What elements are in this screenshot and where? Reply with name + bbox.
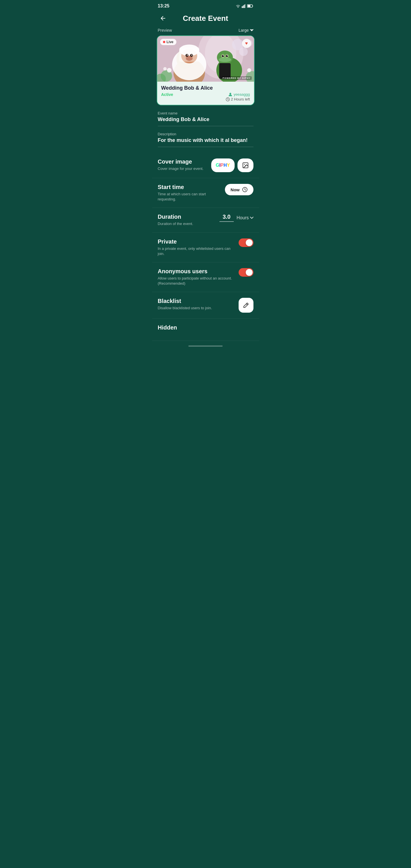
cover-image-text: Cover image Cover image for your event. — [158, 158, 207, 171]
private-toggle-thumb — [246, 239, 253, 246]
hours-selector[interactable]: Hours — [236, 215, 253, 220]
card-meta: yeeaaggg 2 Hours left — [226, 92, 250, 101]
card-status: Active — [161, 92, 173, 97]
live-dot — [163, 41, 165, 43]
svg-point-0 — [238, 7, 238, 8]
card-event-name: Wedding Bob & Alice — [161, 85, 250, 91]
scroll-indicator — [152, 341, 259, 349]
size-label: Large — [239, 28, 249, 33]
event-name-group: Event name Wedding Bob & Alice — [158, 111, 253, 126]
giphy-logo: GIPHY — [216, 163, 230, 168]
event-card: Live ♥ POWERED BY GIPHY Wedding Bob & Al… — [157, 35, 255, 105]
cover-image-buttons: GIPHY — [211, 158, 253, 172]
user-icon — [228, 93, 232, 96]
cover-image-title: Cover image — [158, 158, 207, 165]
svg-point-28 — [219, 57, 231, 62]
cover-image-subtitle: Cover image for your event. — [158, 166, 207, 171]
svg-rect-3 — [244, 5, 245, 8]
scroll-bar — [188, 345, 223, 347]
private-row: Private In a private event, only whiteli… — [152, 233, 259, 262]
status-bar: 13:25 — [152, 0, 259, 11]
live-text: Live — [167, 40, 173, 44]
svg-rect-1 — [242, 6, 243, 8]
svg-point-23 — [187, 55, 188, 56]
card-time: 2 Hours left — [226, 97, 250, 101]
anonymous-users-title: Anonymous users — [158, 268, 234, 275]
watermark-text: POWERED BY — [223, 77, 242, 80]
event-name-value[interactable]: Wedding Bob & Alice — [158, 117, 253, 123]
svg-point-12 — [239, 48, 248, 56]
cover-image-row: Cover image Cover image for your event. … — [152, 153, 259, 178]
svg-point-34 — [227, 55, 227, 56]
svg-rect-4 — [245, 4, 246, 8]
battery-icon — [247, 4, 253, 8]
form-section: Event name Wedding Bob & Alice Descripti… — [152, 105, 259, 147]
blacklist-row: Blacklist Disallow blacklisted users to … — [152, 292, 259, 319]
now-label: Now — [231, 187, 240, 192]
start-time-title: Start time — [158, 184, 220, 190]
duration-row: Duration Duration of the event. 3.0 Hour… — [152, 208, 259, 232]
svg-point-40 — [247, 68, 251, 72]
private-toggle[interactable] — [239, 239, 253, 247]
description-value[interactable]: For the music with which it al began! — [158, 137, 253, 143]
svg-rect-2 — [243, 5, 244, 8]
header: Create Event — [152, 11, 259, 28]
svg-point-41 — [229, 93, 231, 94]
description-label: Description — [158, 132, 253, 136]
svg-point-33 — [223, 55, 223, 56]
private-subtitle: In a private event, only whitelisted use… — [158, 246, 234, 256]
chevron-hours-icon — [250, 217, 253, 219]
anonymous-users-toggle[interactable] — [239, 268, 253, 277]
duration-value: 3.0 — [223, 214, 231, 220]
page-title: Create Event — [168, 14, 243, 23]
back-button[interactable] — [158, 13, 168, 23]
event-name-label: Event name — [158, 111, 253, 115]
status-time: 13:25 — [158, 3, 169, 8]
upload-icon — [242, 162, 249, 169]
start-time-subtitle: Time at which users can start requesting… — [158, 192, 220, 202]
now-button[interactable]: Now — [225, 184, 253, 195]
heart-button[interactable]: ♥ — [242, 39, 251, 48]
live-badge: Live — [160, 39, 177, 45]
preview-row: Preview Large — [152, 28, 259, 35]
duration-text: Duration Duration of the event. — [158, 214, 215, 226]
card-info: Wedding Bob & Alice Active yeeaaggg 2 H — [157, 82, 254, 105]
duration-control: 3.0 Hours — [220, 214, 253, 222]
anonymous-users-subtitle: Allow users to participate without an ac… — [158, 276, 234, 286]
card-image: Live ♥ POWERED BY GIPHY — [157, 36, 254, 82]
hidden-row: Hidden — [152, 319, 259, 341]
status-icons — [236, 4, 253, 8]
svg-point-24 — [191, 55, 192, 56]
pencil-icon — [243, 302, 249, 308]
hidden-title: Hidden — [158, 324, 249, 331]
svg-rect-6 — [248, 5, 250, 7]
size-selector[interactable]: Large — [239, 28, 253, 33]
blacklist-title: Blacklist — [158, 298, 234, 304]
blacklist-text: Blacklist Disallow blacklisted users to … — [158, 298, 234, 311]
svg-rect-7 — [253, 5, 253, 6]
heart-icon: ♥ — [245, 41, 248, 46]
duration-subtitle: Duration of the event. — [158, 221, 215, 226]
start-time-row: Start time Time at which users can start… — [152, 178, 259, 208]
blacklist-edit-button[interactable] — [239, 298, 253, 313]
giphy-watermark: POWERED BY GIPHY — [221, 76, 252, 80]
svg-point-39 — [163, 67, 167, 70]
card-username: yeeaaggg — [228, 92, 250, 96]
description-group: Description For the music with which it … — [158, 132, 253, 147]
clock-icon — [226, 97, 230, 101]
card-bottom: Active yeeaaggg 2 Hours left — [161, 92, 250, 101]
anonymous-users-text: Anonymous users Allow users to participa… — [158, 268, 234, 286]
anonymous-users-row: Anonymous users Allow users to participa… — [152, 262, 259, 292]
signal-icon — [242, 4, 246, 8]
svg-point-38 — [167, 68, 171, 72]
svg-point-44 — [244, 164, 245, 165]
duration-input[interactable]: 3.0 — [220, 214, 234, 222]
hours-label: Hours — [236, 215, 249, 220]
upload-button[interactable] — [238, 158, 253, 172]
blacklist-subtitle: Disallow blacklisted users to join. — [158, 306, 234, 311]
hidden-text: Hidden — [158, 324, 249, 332]
anonymous-users-toggle-thumb — [246, 269, 253, 276]
clock-button-icon — [242, 187, 248, 192]
preview-label: Preview — [158, 28, 172, 33]
giphy-button[interactable]: GIPHY — [211, 158, 234, 172]
